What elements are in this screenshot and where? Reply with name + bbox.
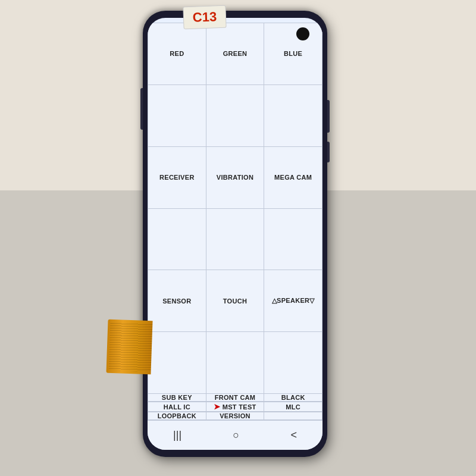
menu-label-vibration: VIBRATION [217,174,253,181]
menu-label-mega-cam: MEGA CAM [274,174,312,181]
menu-cell-empty-r4c3 [264,209,322,271]
menu-label-mst-test: MST TEST [223,403,256,411]
screen: RED GREEN BLUE RECEIVER VIBRATION [148,18,322,450]
volume-up-button[interactable] [140,88,143,130]
menu-label-receiver: RECEIVER [159,174,195,181]
label-text: C13 [192,9,217,25]
menu-cell-black[interactable]: BLACK [264,394,322,402]
menu-cell-empty-r2c1 [148,85,206,147]
menu-label-front-cam: FRONT CAM [215,394,256,401]
navigation-bar: ||| ○ < [148,420,322,450]
back-button[interactable]: < [290,429,297,441]
menu-cell-loopback[interactable]: LOOPBACK [148,412,206,420]
menu-cell-front-cam[interactable]: FRONT CAM [206,394,265,402]
menu-label-blue: BLUE [284,50,302,57]
menu-label-touch: TOUCH [223,298,247,305]
menu-label-sub-key: SUB KEY [162,394,192,401]
menu-cell-speaker[interactable]: △SPEAKER▽ [264,270,322,332]
menu-cell-blue[interactable]: BLUE [264,23,322,85]
menu-cell-empty-r6c3 [264,332,322,394]
menu-cell-green[interactable]: GREEN [206,23,265,85]
menu-cell-empty-r11c3 [264,412,322,420]
menu-grid: RED GREEN BLUE RECEIVER VIBRATION [148,23,322,420]
volume-down-button[interactable] [327,142,330,162]
menu-cell-receiver[interactable]: RECEIVER [148,147,206,209]
flex-cable [106,320,152,375]
menu-label-green: GREEN [223,50,248,57]
scene: C13 RED GREEN BLUE [0,0,476,476]
menu-label-black: BLACK [281,394,305,401]
menu-cell-empty-r2c2 [206,85,265,147]
menu-cell-empty-r6c2 [206,332,265,394]
menu-label-loopback: LOOPBACK [158,412,196,419]
menu-label-sensor: SENSOR [162,298,191,305]
menu-cell-hall-ic[interactable]: HALL IC [148,402,206,412]
label-tag: C13 [183,5,226,29]
menu-label-red: RED [170,50,184,57]
front-camera-hole [296,27,309,40]
menu-cell-vibration[interactable]: VIBRATION [206,147,265,209]
menu-cell-sub-key[interactable]: SUB KEY [148,394,206,402]
menu-label-version: VERSION [220,412,250,419]
menu-cell-empty-r4c1 [148,209,206,271]
menu-cell-version[interactable]: VERSION [206,412,265,420]
red-arrow-icon: ➤ [214,402,220,411]
recent-apps-button[interactable]: ||| [173,429,181,441]
menu-label-hall-ic: HALL IC [164,403,190,411]
phone: C13 RED GREEN BLUE [143,11,327,457]
menu-cell-mega-cam[interactable]: MEGA CAM [264,147,322,209]
power-button[interactable] [327,100,330,133]
home-button[interactable]: ○ [233,429,239,441]
menu-cell-sensor[interactable]: SENSOR [148,270,206,332]
menu-label-speaker: △SPEAKER▽ [272,297,315,305]
menu-cell-empty-r2c3 [264,85,322,147]
menu-label-mlc: MLC [286,403,300,411]
menu-cell-red[interactable]: RED [148,23,206,85]
flex-cable-lines [109,322,153,372]
menu-cell-mst-test[interactable]: ➤ MST TEST [206,402,265,412]
menu-cell-mlc[interactable]: MLC [264,402,322,412]
menu-cell-touch[interactable]: TOUCH [206,270,265,332]
menu-cell-empty-r4c2 [206,209,265,271]
menu-cell-empty-r6c1 [148,332,206,394]
